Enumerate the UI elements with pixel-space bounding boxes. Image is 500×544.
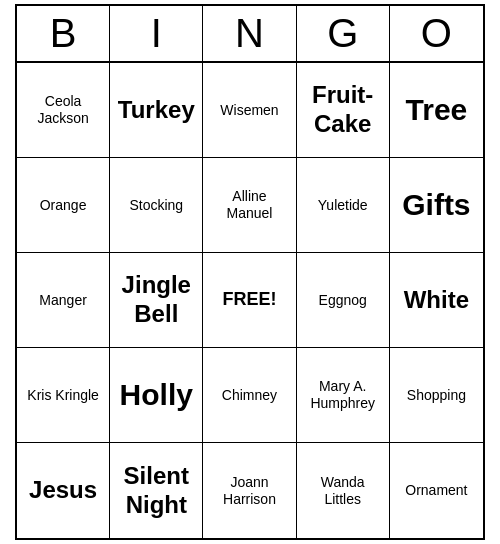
bingo-cell: Holly — [110, 348, 203, 443]
bingo-cell: Alline Manuel — [203, 158, 296, 253]
bingo-cell: Ornament — [390, 443, 483, 538]
bingo-cell: Shopping — [390, 348, 483, 443]
bingo-cell: Ceola Jackson — [17, 63, 110, 158]
bingo-cell: Manger — [17, 253, 110, 348]
bingo-cell: Joann Harrison — [203, 443, 296, 538]
bingo-cell: Kris Kringle — [17, 348, 110, 443]
header-letter: O — [390, 6, 483, 61]
bingo-cell: Tree — [390, 63, 483, 158]
bingo-cell: Eggnog — [297, 253, 390, 348]
bingo-cell: Jingle Bell — [110, 253, 203, 348]
bingo-cell: Turkey — [110, 63, 203, 158]
bingo-header: BINGO — [17, 6, 483, 63]
bingo-cell: Silent Night — [110, 443, 203, 538]
bingo-card: BINGO Ceola JacksonTurkeyWisemenFruit-Ca… — [15, 4, 485, 540]
bingo-cell: Wisemen — [203, 63, 296, 158]
bingo-cell: Orange — [17, 158, 110, 253]
bingo-cell: Fruit-Cake — [297, 63, 390, 158]
bingo-cell: Stocking — [110, 158, 203, 253]
bingo-grid: Ceola JacksonTurkeyWisemenFruit-CakeTree… — [17, 63, 483, 538]
header-letter: G — [297, 6, 390, 61]
bingo-cell: Jesus — [17, 443, 110, 538]
bingo-cell: Gifts — [390, 158, 483, 253]
header-letter: N — [203, 6, 296, 61]
header-letter: I — [110, 6, 203, 61]
bingo-cell: Yuletide — [297, 158, 390, 253]
header-letter: B — [17, 6, 110, 61]
bingo-cell: FREE! — [203, 253, 296, 348]
bingo-cell: White — [390, 253, 483, 348]
bingo-cell: Wanda Littles — [297, 443, 390, 538]
bingo-cell: Mary A. Humphrey — [297, 348, 390, 443]
bingo-cell: Chimney — [203, 348, 296, 443]
